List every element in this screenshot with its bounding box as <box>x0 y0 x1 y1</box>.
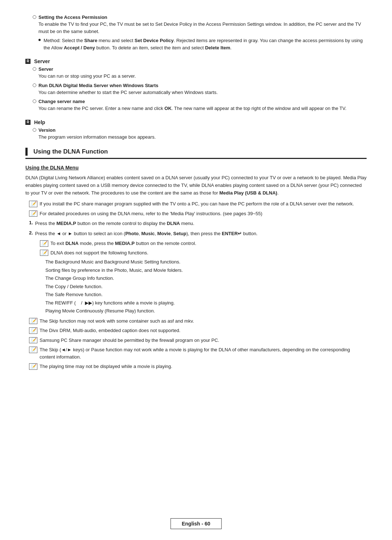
bottom-note-1: 📝 The Skip function may not work with so… <box>29 318 367 325</box>
dlna-section: Using the DLNA Function Using the DLNA M… <box>25 148 367 370</box>
server-heading: R Server <box>25 58 367 64</box>
bottom-note-5-text: The playing time may not be displayed wh… <box>40 363 172 370</box>
server-item-1: Server You can run or stop using your PC… <box>33 66 367 80</box>
step2-note-icon-1: 📝 <box>40 240 48 247</box>
server-item-1-title: Server <box>38 66 367 72</box>
dlna-note-2-text: For detailed procedures on using the DLN… <box>40 210 262 217</box>
r-marker-help: R <box>25 120 30 125</box>
setting-access-title: Setting the Access Permission <box>38 15 367 20</box>
server-section: R Server Server You can run or stop usin… <box>25 58 367 112</box>
server-item-2-text: You can determine whether to start the P… <box>38 89 367 96</box>
unsupported-7: Playing Movie Continuously (Resume Play)… <box>45 307 367 315</box>
setting-access-bullet-text: Method: Select the Share menu and select… <box>44 37 367 51</box>
unsupported-2: Sorting files by preference in the Photo… <box>45 267 367 274</box>
dlna-note-2: 📝 For detailed procedures on using the D… <box>29 210 367 217</box>
version-item: Version The program version information … <box>33 127 367 141</box>
bullet-dot-icon <box>38 39 41 41</box>
help-title: Help <box>34 119 45 125</box>
dlna-menu-title: Using the DLNA Menu <box>25 165 367 171</box>
bottom-note-3: 📝 Samsung PC Share manager should be per… <box>29 337 367 344</box>
unsupported-3: The Change Group Info function. <box>45 275 367 282</box>
note-icon-2: 📝 <box>29 210 37 217</box>
section-bar-icon <box>25 148 28 156</box>
dlna-section-title: Using the DLNA Function <box>25 148 367 159</box>
unsupported-5: The Safe Remove function. <box>45 291 367 298</box>
setting-access-bullet: Method: Select the Share menu and select… <box>38 37 367 51</box>
step2-note-2: 📝 DLNA does not support the following fu… <box>40 249 367 257</box>
unsupported-1: The Background Music and Background Musi… <box>45 258 367 266</box>
server-item-2-title: Run DLNA Digital Media Server when Windo… <box>38 83 367 88</box>
bottom-note-3-text: Samsung PC Share manager should be permi… <box>40 337 219 344</box>
server-item-1-text: You can run or stop using your PC as a s… <box>38 73 367 80</box>
step2-note-1: 📝 To exit DLNA mode, press the MEDIA.P b… <box>40 240 367 247</box>
circle-bullet-server <box>33 67 36 71</box>
step-1-text: Press the MEDIA.P button on the remote c… <box>35 220 195 227</box>
setting-access-text1: To enable the TV to find your PC, the TV… <box>38 21 367 35</box>
step2-note-2-text: DLNA does not support the following func… <box>50 249 148 257</box>
unsupported-4: The Copy / Delete function. <box>45 283 367 290</box>
step2-note-icon-2: 📝 <box>40 250 48 256</box>
circle-bullet-changeserver <box>33 99 36 103</box>
version-title: Version <box>38 127 367 133</box>
server-item-3: Change server name You can rename the PC… <box>33 99 367 112</box>
server-item-2: Run DLNA Digital Media Server when Windo… <box>33 83 367 96</box>
step-2: 2. Press the ◄ or ► button to select an … <box>29 230 367 237</box>
r-marker-server: R <box>25 59 30 64</box>
setting-access-section: Setting the Access Permission To enable … <box>25 15 367 53</box>
bottom-note-2-text: The Divx DRM, Multi-audio, embedded capt… <box>40 327 180 334</box>
help-heading: R Help <box>25 119 367 125</box>
step-2-num: 2. <box>29 230 33 236</box>
step-2-text: Press the ◄ or ► button to select an ico… <box>35 230 258 237</box>
help-section: R Help Version The program version infor… <box>25 119 367 141</box>
dlna-title-text: Using the DLNA Function <box>33 148 108 155</box>
circle-bullet-rundlna <box>33 83 36 87</box>
bottom-note-4: 📝 The Skip (◄/► keys) or Pause function … <box>29 346 367 360</box>
step-1: 1. Press the MEDIA.P button on the remot… <box>29 220 367 227</box>
bottom-note-5: 📝 The playing time may not be displayed … <box>29 363 367 370</box>
dlna-note-1-text: If you install the PC share manager prog… <box>40 200 354 208</box>
step2-note-1-text: To exit DLNA mode, press the MEDIA.P but… <box>50 240 196 247</box>
bottom-note-icon-1: 📝 <box>29 318 37 324</box>
bottom-note-icon-4: 📝 <box>29 347 37 353</box>
setting-access-item: Setting the Access Permission To enable … <box>33 15 367 53</box>
version-text: The program version information message … <box>38 134 367 141</box>
bottom-note-1-text: The Skip function may not work with some… <box>40 318 194 325</box>
bottom-note-4-text: The Skip (◄/► keys) or Pause function ma… <box>40 346 367 360</box>
page-footer: English - 60 <box>171 518 222 529</box>
dlna-note-1: 📝 If you install the PC share manager pr… <box>29 200 367 208</box>
bottom-note-icon-3: 📝 <box>29 337 37 344</box>
bottom-note-icon-2: 📝 <box>29 327 37 334</box>
note-icon-1: 📝 <box>29 201 37 207</box>
dlna-intro: DLNA (Digital Living Network Alliance) e… <box>25 174 367 197</box>
bottom-note-icon-5: 📝 <box>29 363 37 370</box>
server-item-3-title: Change server name <box>38 99 367 104</box>
bottom-note-2: 📝 The Divx DRM, Multi-audio, embedded ca… <box>29 327 367 334</box>
circle-bullet-version <box>33 128 36 132</box>
step-1-num: 1. <box>29 220 33 225</box>
server-title: Server <box>34 58 50 64</box>
circle-bullet-icon <box>33 15 36 19</box>
server-item-3-text: You can rename the PC server. Enter a ne… <box>38 105 367 112</box>
unsupported-6: The REW/FF ( / ▶▶) key functions while a… <box>45 299 367 307</box>
